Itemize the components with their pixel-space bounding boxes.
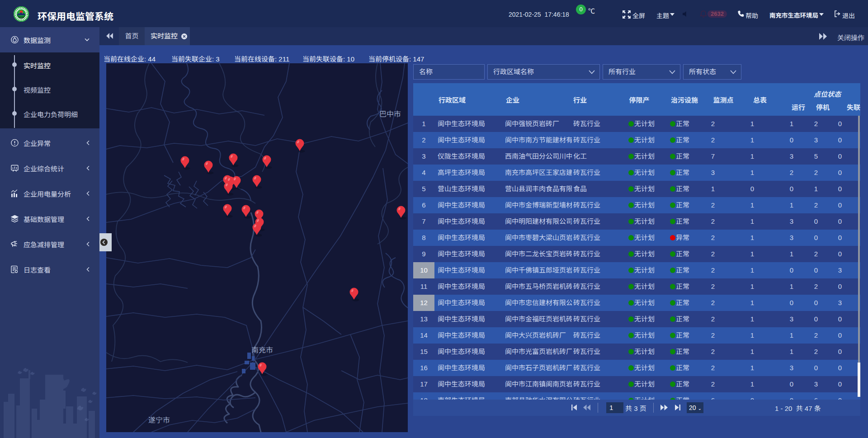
svg-text:遂宁市: 遂宁市 (148, 416, 170, 424)
svg-text:巴中市: 巴中市 (379, 110, 401, 118)
svg-text:南充市: 南充市 (251, 346, 273, 354)
